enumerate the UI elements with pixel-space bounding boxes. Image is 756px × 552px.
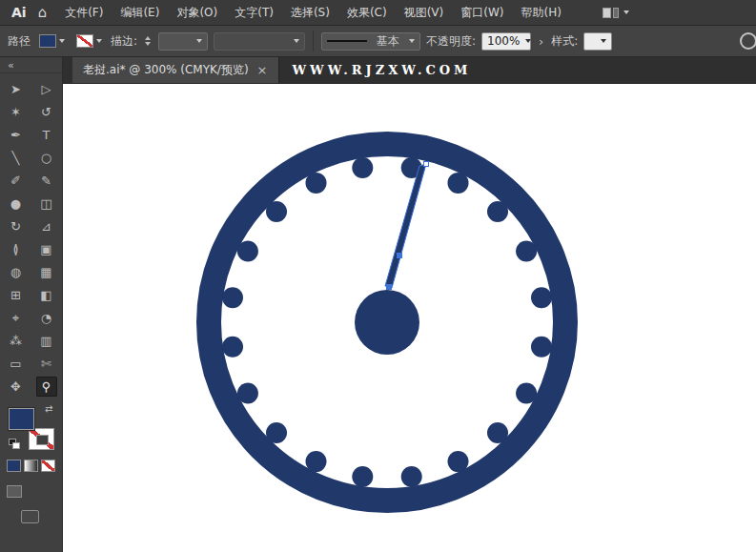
blob-brush-tool[interactable]: ● — [6, 194, 27, 214]
more-options-chevron[interactable]: › — [537, 34, 545, 49]
fill-color-swatch — [39, 34, 56, 48]
stroke-weight-stepper[interactable] — [143, 36, 153, 46]
fill-color-dropdown[interactable] — [36, 32, 68, 50]
screen-mode-button[interactable] — [21, 510, 39, 523]
clock-tick-dot — [516, 383, 537, 404]
clock-tick-dot — [222, 287, 243, 308]
brush-style-name: 基本 — [377, 33, 399, 50]
stroke-proxy-swatch[interactable] — [29, 428, 54, 450]
shape-builder-tool[interactable]: ◍ — [6, 262, 27, 282]
eyedropper-tool[interactable]: ⌖ — [6, 308, 27, 328]
clock-tick-dot — [352, 466, 373, 487]
clock-hub — [355, 290, 419, 355]
artboard-svg[interactable] — [63, 84, 756, 552]
perspective-grid-tool[interactable]: ▦ — [36, 262, 57, 282]
clock-tick-dot — [531, 337, 552, 358]
chevron-down-icon — [409, 39, 415, 43]
chevron-down-icon — [59, 39, 65, 43]
drawing-mode-button[interactable] — [7, 485, 22, 498]
line-segment-tool[interactable]: ╲ — [6, 148, 27, 168]
watermark-text: WWW.RJZXW.COM — [293, 57, 472, 83]
gradient-tool[interactable]: ◧ — [36, 285, 57, 305]
eraser-tool[interactable]: ◫ — [36, 194, 57, 214]
selection-tool[interactable]: ➤ — [6, 79, 27, 99]
menu-select[interactable]: 选择(S) — [282, 0, 338, 26]
pen-tool[interactable]: ✒ — [6, 125, 27, 145]
paintbrush-tool[interactable]: ✐ — [6, 171, 27, 191]
clock-tick-dot — [306, 173, 327, 194]
fill-proxy-swatch[interactable] — [9, 408, 34, 430]
magic-wand-tool[interactable]: ✶ — [6, 102, 27, 122]
free-transform-tool[interactable]: ▣ — [36, 239, 57, 259]
pencil-tool[interactable]: ✎ — [36, 171, 57, 191]
divider — [313, 31, 314, 51]
column-graph-tool[interactable]: ▥ — [36, 331, 57, 351]
document-tab[interactable]: 老挝.ai* @ 300% (CMYK/预览) × — [72, 57, 279, 83]
clock-tick-dot — [487, 422, 508, 443]
menu-effect[interactable]: 效果(C) — [338, 0, 396, 26]
opacity-dropdown[interactable]: 100% — [481, 32, 531, 51]
zoom-tool[interactable]: ⚲ — [36, 377, 57, 397]
fill-stroke-indicator[interactable]: ⇄ — [9, 404, 54, 450]
gradient-button[interactable] — [24, 460, 38, 472]
control-bar: 路径 描边: 基本 不透明度: 100% › — [0, 26, 756, 57]
selection-type-label: 路径 — [8, 33, 31, 50]
menu-type[interactable]: 文字(T) — [226, 0, 282, 26]
menu-edit[interactable]: 编辑(E) — [112, 0, 168, 26]
default-fill-stroke-icon[interactable] — [9, 439, 20, 449]
slice-tool[interactable]: ✄ — [36, 354, 57, 374]
clock-tick-dot — [352, 157, 373, 178]
menu-object[interactable]: 对象(O) — [168, 0, 226, 26]
chevron-down-icon — [96, 39, 102, 43]
stroke-weight-dropdown[interactable] — [158, 32, 208, 51]
none-button[interactable] — [41, 460, 55, 472]
menu-help[interactable]: 帮助(H) — [512, 0, 569, 26]
direct-selection-tool[interactable]: ▷ — [36, 79, 57, 99]
workspace-switcher[interactable] — [597, 5, 635, 21]
shape-properties-icon[interactable] — [740, 32, 756, 50]
lasso-tool[interactable]: ↺ — [36, 102, 57, 122]
blend-tool[interactable]: ◔ — [36, 308, 57, 328]
chevron-down-icon — [525, 39, 531, 43]
app-logo: Ai — [0, 5, 36, 20]
opacity-value: 100% — [487, 34, 520, 48]
variable-width-profile-dropdown[interactable] — [214, 32, 305, 51]
style-dropdown[interactable] — [583, 32, 612, 51]
clock-tick-dot — [448, 451, 469, 472]
workspace-layout-icon — [603, 8, 619, 18]
scale-tool[interactable]: ⊿ — [36, 216, 57, 236]
opacity-label: 不透明度: — [426, 33, 476, 50]
menu-items: 文件(F)编辑(E)对象(O)文字(T)选择(S)效果(C)视图(V)窗口(W)… — [56, 0, 570, 25]
brush-definition-dropdown[interactable]: 基本 — [321, 32, 420, 51]
toolbar-collapse-button[interactable]: « — [0, 57, 62, 73]
document-area: 老挝.ai* @ 300% (CMYK/预览) × WWW.RJZXW.COM — [63, 57, 756, 552]
anchor-point — [398, 254, 402, 258]
stroke-color-dropdown[interactable] — [73, 32, 105, 50]
type-tool[interactable]: T — [36, 125, 57, 145]
tools-panel: « ➤▷✶↺✒T╲○✐✎●◫↻⊿≬▣◍▦⊞◧⌖◔⁂▥▭✄✥⚲ ⇄ — [0, 57, 63, 552]
anchor-point — [387, 285, 392, 290]
hand-tool[interactable]: ✥ — [6, 377, 27, 397]
menu-file[interactable]: 文件(F) — [56, 0, 112, 26]
artboard-canvas[interactable] — [63, 84, 756, 552]
menu-window[interactable]: 窗口(W) — [452, 0, 512, 26]
chevron-down-icon — [623, 10, 629, 14]
home-icon[interactable]: ⌂ — [36, 4, 57, 21]
clock-tick-dot — [531, 287, 552, 308]
width-tool[interactable]: ≬ — [6, 239, 27, 259]
close-tab-icon[interactable]: × — [257, 64, 268, 76]
color-button[interactable] — [7, 460, 21, 472]
mesh-tool[interactable]: ⊞ — [6, 285, 27, 305]
symbol-sprayer-tool[interactable]: ⁂ — [6, 331, 27, 351]
clock-tick-dot — [266, 422, 287, 443]
artboard-tool[interactable]: ▭ — [6, 354, 27, 374]
document-tab-bar: 老挝.ai* @ 300% (CMYK/预览) × WWW.RJZXW.COM — [63, 57, 756, 84]
document-tab-title: 老挝.ai* @ 300% (CMYK/预览) — [83, 62, 249, 78]
swap-fill-stroke-icon[interactable]: ⇄ — [45, 404, 52, 414]
tool-grid: ➤▷✶↺✒T╲○✐✎●◫↻⊿≬▣◍▦⊞◧⌖◔⁂▥▭✄✥⚲ — [6, 79, 57, 397]
ellipse-tool[interactable]: ○ — [36, 148, 57, 168]
menu-bar: Ai ⌂ 文件(F)编辑(E)对象(O)文字(T)选择(S)效果(C)视图(V)… — [0, 0, 756, 26]
paint-mode-buttons — [0, 460, 55, 472]
rotate-tool[interactable]: ↻ — [6, 216, 27, 236]
menu-view[interactable]: 视图(V) — [396, 0, 453, 26]
